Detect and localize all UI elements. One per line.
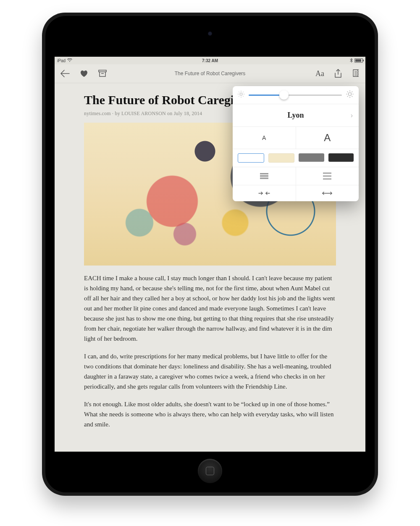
svg-line-6: [239, 92, 239, 92]
home-button[interactable]: [198, 459, 222, 483]
margin-narrow-button[interactable]: [233, 185, 296, 201]
status-device-label: iPad: [57, 58, 66, 63]
line-height-loose-button[interactable]: [296, 167, 359, 185]
svg-line-7: [243, 96, 244, 97]
wifi-icon: [67, 58, 72, 63]
brightness-thumb[interactable]: [279, 90, 289, 100]
article-paragraph: It's not enough. Like most older adults,…: [84, 399, 336, 429]
text-options-popover: Lyon › A A: [233, 86, 359, 201]
chevron-right-icon: ›: [351, 112, 353, 119]
svg-line-9: [243, 92, 244, 92]
svg-point-1: [240, 93, 242, 95]
text-size-larger-button[interactable]: A: [296, 127, 359, 149]
theme-gray[interactable]: [299, 153, 324, 162]
svg-rect-0: [99, 70, 106, 72]
svg-line-17: [347, 96, 348, 97]
brightness-low-icon: [238, 91, 244, 99]
status-time: 7:32 AM: [202, 58, 218, 63]
margin-wide-button[interactable]: [296, 185, 359, 201]
svg-line-16: [352, 96, 352, 97]
text-size-row: A A: [233, 127, 359, 149]
font-picker-row[interactable]: Lyon ›: [233, 104, 359, 127]
current-font-name: Lyon: [287, 111, 304, 120]
share-button[interactable]: [334, 69, 342, 78]
brightness-slider[interactable]: [249, 95, 342, 96]
bluetooth-icon: [350, 58, 353, 63]
front-camera: [208, 32, 212, 36]
brightness-high-icon: [346, 90, 354, 100]
svg-line-15: [347, 92, 348, 92]
screen: iPad 7:32 AM: [55, 57, 365, 452]
battery-icon: [354, 58, 363, 63]
svg-line-8: [239, 96, 239, 97]
text-size-smaller-button[interactable]: A: [233, 127, 296, 149]
article-paragraph: EACH time I make a house call, I stay mu…: [84, 273, 336, 344]
reading-list-button[interactable]: [352, 69, 360, 78]
back-button[interactable]: [60, 70, 70, 77]
ipad-device-frame: iPad 7:32 AM: [42, 13, 378, 496]
line-height-dense-button[interactable]: [233, 167, 296, 185]
theme-white[interactable]: [238, 153, 264, 163]
margin-row: [233, 185, 359, 201]
svg-point-10: [349, 93, 352, 96]
archive-button[interactable]: [98, 70, 107, 77]
favorite-button[interactable]: [80, 70, 88, 77]
status-bar: iPad 7:32 AM: [55, 57, 365, 64]
theme-row: [233, 149, 359, 167]
article-paragraph: I can, and do, write prescriptions for h…: [84, 351, 336, 392]
app-toolbar: The Future of Robot Caregivers Aa: [55, 64, 365, 83]
svg-line-18: [352, 92, 352, 92]
brightness-row: [233, 86, 359, 104]
line-height-row: [233, 167, 359, 185]
font-options-button[interactable]: Aa: [315, 69, 324, 78]
toolbar-title: The Future of Robot Caregivers: [175, 71, 246, 76]
theme-sepia[interactable]: [268, 153, 295, 163]
theme-black[interactable]: [328, 153, 354, 162]
